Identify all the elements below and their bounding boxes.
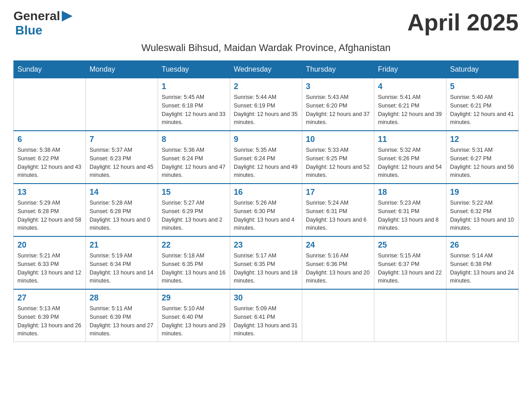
sunset-text: Sunset: 6:21 PM [378, 102, 442, 110]
day-info: Sunrise: 5:18 AMSunset: 6:35 PMDaylight:… [162, 252, 226, 285]
sunrise-text: Sunrise: 5:23 AM [378, 199, 442, 207]
daylight-text: Daylight: 13 hours and 16 minutes. [162, 269, 226, 286]
calendar-week-row: 6Sunrise: 5:38 AMSunset: 6:22 PMDaylight… [14, 131, 519, 184]
calendar-cell [14, 78, 86, 131]
day-number: 18 [378, 188, 442, 197]
day-info: Sunrise: 5:31 AMSunset: 6:27 PMDaylight:… [450, 146, 515, 180]
daylight-text: Daylight: 12 hours and 33 minutes. [162, 110, 226, 127]
logo-general-text: General [13, 9, 60, 23]
calendar-week-row: 27Sunrise: 5:13 AMSunset: 6:39 PMDayligh… [14, 289, 519, 342]
calendar-cell: 7Sunrise: 5:37 AMSunset: 6:23 PMDaylight… [86, 131, 158, 184]
calendar-cell: 4Sunrise: 5:41 AMSunset: 6:21 PMDaylight… [374, 78, 446, 131]
day-info: Sunrise: 5:27 AMSunset: 6:29 PMDaylight:… [162, 199, 226, 232]
calendar-cell: 15Sunrise: 5:27 AMSunset: 6:29 PMDayligh… [158, 184, 230, 236]
day-number: 19 [450, 188, 515, 197]
sunrise-text: Sunrise: 5:27 AM [162, 199, 226, 207]
day-number: 10 [306, 135, 370, 144]
logo: General Blue [13, 9, 74, 38]
daylight-text: Daylight: 13 hours and 2 minutes. [162, 216, 226, 233]
sunset-text: Sunset: 6:35 PM [162, 260, 226, 269]
day-info: Sunrise: 5:16 AMSunset: 6:36 PMDaylight:… [306, 252, 370, 285]
sunrise-text: Sunrise: 5:21 AM [17, 252, 82, 260]
calendar-cell: 8Sunrise: 5:36 AMSunset: 6:24 PMDaylight… [158, 131, 230, 184]
daylight-text: Daylight: 13 hours and 31 minutes. [234, 321, 298, 338]
day-info: Sunrise: 5:37 AMSunset: 6:23 PMDaylight:… [90, 146, 154, 180]
sunset-text: Sunset: 6:28 PM [17, 207, 82, 216]
sunset-text: Sunset: 6:30 PM [234, 207, 298, 216]
day-info: Sunrise: 5:32 AMSunset: 6:26 PMDaylight:… [378, 146, 442, 180]
sunset-text: Sunset: 6:35 PM [234, 260, 298, 269]
sunrise-text: Sunrise: 5:24 AM [306, 199, 370, 207]
calendar-cell [86, 78, 158, 131]
day-number: 6 [17, 135, 82, 144]
day-info: Sunrise: 5:09 AMSunset: 6:41 PMDaylight:… [234, 304, 298, 338]
sunset-text: Sunset: 6:27 PM [450, 154, 515, 163]
daylight-text: Daylight: 13 hours and 20 minutes. [306, 269, 370, 286]
sunset-text: Sunset: 6:21 PM [450, 102, 515, 110]
sunset-text: Sunset: 6:19 PM [234, 102, 298, 110]
daylight-text: Daylight: 13 hours and 8 minutes. [378, 216, 442, 233]
sunset-text: Sunset: 6:26 PM [378, 154, 442, 163]
sunset-text: Sunset: 6:41 PM [234, 313, 298, 321]
daylight-text: Daylight: 13 hours and 4 minutes. [234, 216, 298, 233]
day-number: 15 [162, 188, 226, 197]
day-info: Sunrise: 5:14 AMSunset: 6:38 PMDaylight:… [450, 252, 515, 285]
sunset-text: Sunset: 6:38 PM [450, 260, 515, 269]
sunrise-text: Sunrise: 5:36 AM [162, 146, 226, 154]
logo-flag-icon [61, 10, 73, 22]
calendar-cell: 5Sunrise: 5:40 AMSunset: 6:21 PMDaylight… [446, 78, 519, 131]
day-number: 23 [234, 240, 298, 250]
sunrise-text: Sunrise: 5:17 AM [234, 252, 298, 260]
day-info: Sunrise: 5:26 AMSunset: 6:30 PMDaylight:… [234, 199, 298, 232]
weekday-header-saturday: Saturday [446, 61, 519, 78]
weekday-header-monday: Monday [86, 61, 158, 78]
sunset-text: Sunset: 6:20 PM [306, 102, 370, 110]
sunset-text: Sunset: 6:39 PM [90, 313, 154, 321]
daylight-text: Daylight: 13 hours and 29 minutes. [162, 321, 226, 338]
weekday-header-tuesday: Tuesday [158, 61, 230, 78]
sunrise-text: Sunrise: 5:32 AM [378, 146, 442, 154]
sunrise-text: Sunrise: 5:14 AM [450, 252, 515, 260]
sunset-text: Sunset: 6:33 PM [17, 260, 82, 269]
daylight-text: Daylight: 13 hours and 27 minutes. [90, 321, 154, 338]
day-info: Sunrise: 5:21 AMSunset: 6:33 PMDaylight:… [17, 252, 82, 285]
sunrise-text: Sunrise: 5:37 AM [90, 146, 154, 154]
calendar-cell: 1Sunrise: 5:45 AMSunset: 6:18 PMDaylight… [158, 78, 230, 131]
sunset-text: Sunset: 6:31 PM [306, 207, 370, 216]
day-info: Sunrise: 5:24 AMSunset: 6:31 PMDaylight:… [306, 199, 370, 232]
sunrise-text: Sunrise: 5:26 AM [234, 199, 298, 207]
day-info: Sunrise: 5:43 AMSunset: 6:20 PMDaylight:… [306, 93, 370, 127]
sunset-text: Sunset: 6:25 PM [306, 154, 370, 163]
calendar-cell: 18Sunrise: 5:23 AMSunset: 6:31 PMDayligh… [374, 184, 446, 236]
calendar-cell: 19Sunrise: 5:22 AMSunset: 6:32 PMDayligh… [446, 184, 519, 236]
day-number: 20 [17, 240, 82, 250]
day-info: Sunrise: 5:44 AMSunset: 6:19 PMDaylight:… [234, 93, 298, 127]
month-title: April 2025 [407, 9, 519, 36]
daylight-text: Daylight: 13 hours and 18 minutes. [234, 269, 298, 286]
sunrise-text: Sunrise: 5:31 AM [450, 146, 515, 154]
calendar-cell: 28Sunrise: 5:11 AMSunset: 6:39 PMDayligh… [86, 289, 158, 342]
day-number: 14 [90, 188, 154, 197]
sunrise-text: Sunrise: 5:11 AM [90, 304, 154, 313]
day-info: Sunrise: 5:33 AMSunset: 6:25 PMDaylight:… [306, 146, 370, 180]
day-info: Sunrise: 5:38 AMSunset: 6:22 PMDaylight:… [17, 146, 82, 180]
sunrise-text: Sunrise: 5:41 AM [378, 93, 442, 102]
sunset-text: Sunset: 6:37 PM [378, 260, 442, 269]
calendar-cell: 21Sunrise: 5:19 AMSunset: 6:34 PMDayligh… [86, 236, 158, 289]
daylight-text: Daylight: 13 hours and 22 minutes. [378, 269, 442, 286]
daylight-text: Daylight: 13 hours and 10 minutes. [450, 216, 515, 233]
daylight-text: Daylight: 13 hours and 6 minutes. [306, 216, 370, 233]
sunrise-text: Sunrise: 5:43 AM [306, 93, 370, 102]
daylight-text: Daylight: 13 hours and 14 minutes. [90, 269, 154, 286]
day-info: Sunrise: 5:45 AMSunset: 6:18 PMDaylight:… [162, 93, 226, 127]
sunrise-text: Sunrise: 5:19 AM [90, 252, 154, 260]
calendar-cell: 29Sunrise: 5:10 AMSunset: 6:40 PMDayligh… [158, 289, 230, 342]
page-header: General Blue April 2025 [13, 9, 519, 38]
sunrise-text: Sunrise: 5:40 AM [450, 93, 515, 102]
calendar-week-row: 20Sunrise: 5:21 AMSunset: 6:33 PMDayligh… [14, 236, 519, 289]
calendar-cell: 13Sunrise: 5:29 AMSunset: 6:28 PMDayligh… [14, 184, 86, 236]
calendar-cell: 30Sunrise: 5:09 AMSunset: 6:41 PMDayligh… [230, 289, 302, 342]
sunset-text: Sunset: 6:23 PM [90, 154, 154, 163]
calendar-table: SundayMondayTuesdayWednesdayThursdayFrid… [13, 60, 519, 342]
sunset-text: Sunset: 6:32 PM [450, 207, 515, 216]
